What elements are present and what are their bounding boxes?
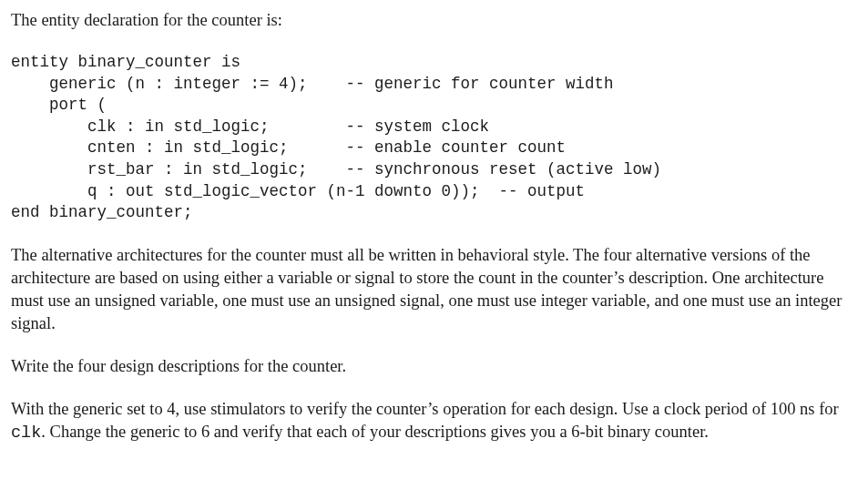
code-line-3: port ( bbox=[11, 96, 107, 114]
clk-token: clk bbox=[11, 423, 41, 443]
code-line-7: q : out std_logic_vector (n-1 downto 0))… bbox=[11, 182, 585, 200]
para3-part-a: With the generic set to 4, use stimulato… bbox=[11, 400, 839, 418]
paragraph-3: With the generic set to 4, use stimulato… bbox=[11, 398, 857, 445]
intro-text: The entity declaration for the counter i… bbox=[11, 9, 857, 32]
para3-part-b: . Change the generic to 6 and verify tha… bbox=[41, 423, 709, 441]
code-block: entity binary_counter is generic (n : in… bbox=[11, 52, 857, 224]
paragraph-2: Write the four design descriptions for t… bbox=[11, 355, 857, 378]
code-line-6: rst_bar : in std_logic; -- synchronous r… bbox=[11, 160, 661, 179]
code-line-5: cnten : in std_logic; -- enable counter … bbox=[11, 138, 566, 157]
paragraph-1: The alternative architectures for the co… bbox=[11, 244, 857, 335]
code-line-8: end binary_counter; bbox=[11, 203, 193, 221]
code-line-1: entity binary_counter is bbox=[11, 53, 240, 71]
code-line-2: generic (n : integer := 4); -- generic f… bbox=[11, 75, 614, 93]
code-line-4: clk : in std_logic; -- system clock bbox=[11, 117, 489, 136]
